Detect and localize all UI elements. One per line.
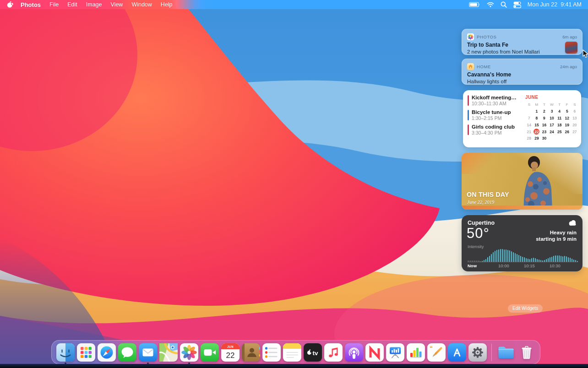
dock-item-podcasts[interactable] xyxy=(345,343,363,362)
day-14[interactable]: 14 xyxy=(525,121,533,128)
menu-file[interactable]: File xyxy=(49,1,59,8)
battery-icon[interactable] xyxy=(469,1,480,8)
on-this-day-date: June 22, 2019 xyxy=(467,200,494,205)
day-1[interactable]: 1 xyxy=(533,108,541,115)
day-12[interactable]: 12 xyxy=(563,115,571,122)
intensity-bar xyxy=(568,257,569,262)
dock-item-reminders[interactable] xyxy=(262,343,281,362)
day-16[interactable]: 16 xyxy=(540,121,548,128)
desktop: Photos FileEditImageViewWindowHelp xyxy=(0,0,588,368)
dock-item-music[interactable] xyxy=(324,343,343,362)
calendar-event[interactable]: Girls coding club 3:30–4:30 PM xyxy=(468,124,522,135)
dock-item-trash[interactable] xyxy=(517,343,536,362)
day-17[interactable]: 17 xyxy=(548,121,556,128)
day-8[interactable]: 8 xyxy=(533,115,541,122)
intensity-bar xyxy=(517,254,517,262)
dock-item-mail[interactable] xyxy=(139,343,157,362)
zero-intensity-dashes xyxy=(468,261,479,261)
dock-item-keynote[interactable] xyxy=(386,343,404,362)
active-app-name[interactable]: Photos xyxy=(21,1,41,8)
menu-image[interactable]: Image xyxy=(86,1,102,8)
photos-app-icon xyxy=(467,33,474,40)
day-11[interactable]: 11 xyxy=(555,115,563,122)
intensity-bar xyxy=(507,250,508,262)
day-10[interactable]: 10 xyxy=(548,115,556,122)
dock-item-launchpad[interactable] xyxy=(77,343,95,362)
dock-item-pages[interactable]: “ xyxy=(427,343,446,362)
dock-item-downloads[interactable] xyxy=(497,343,515,362)
intensity-label: Intensity xyxy=(468,244,484,249)
wifi-icon[interactable] xyxy=(487,2,494,7)
day-18[interactable]: 18 xyxy=(555,121,563,128)
menu-bar-clock[interactable]: Mon Jun 22 9:41 AM xyxy=(528,1,582,8)
dock-item-numbers[interactable] xyxy=(407,343,425,362)
dock-item-calendar[interactable]: JUN 22 xyxy=(221,343,240,362)
event-color-bar xyxy=(468,110,469,120)
intensity-bar xyxy=(524,257,525,262)
calendar-event[interactable]: Kickoff meeting… 10:30–11:30 AM xyxy=(468,95,522,106)
dock-item-appstore[interactable]: A xyxy=(448,343,466,362)
dock-item-facetime[interactable] xyxy=(201,343,219,362)
notification-home[interactable]: HOME 24m ago Cavanna's Home Hallway ligh… xyxy=(462,59,583,85)
dock-item-maps[interactable] xyxy=(159,343,178,362)
chart-x-axis: Now 10:00 10:15 10:30 xyxy=(462,263,583,269)
calendar-event[interactable]: Bicycle tune-up 1:30–2:15 PM xyxy=(468,109,522,121)
day-29[interactable]: 29 xyxy=(533,135,541,142)
day-2[interactable]: 2 xyxy=(540,108,548,115)
day-22[interactable]: 22 xyxy=(533,128,541,135)
notification-title: Trip to Santa Fe xyxy=(467,42,577,48)
keynote-icon xyxy=(386,343,404,362)
intensity-bar xyxy=(555,255,556,262)
day-21[interactable]: 21 xyxy=(525,128,533,135)
day-5[interactable]: 5 xyxy=(563,108,571,115)
dock-item-settings[interactable] xyxy=(468,343,487,362)
calendar-event-list: Kickoff meeting… 10:30–11:30 AM Bicycle … xyxy=(468,95,522,142)
day-27[interactable]: 27 xyxy=(571,128,579,135)
intensity-bar xyxy=(504,249,505,262)
weather-temperature: 50° xyxy=(467,225,490,242)
day-30[interactable]: 30 xyxy=(540,135,548,142)
intensity-bar xyxy=(564,256,565,262)
menu-edit[interactable]: Edit xyxy=(67,1,77,8)
photos-on-this-day-widget[interactable]: ON THIS DAY June 22, 2019 xyxy=(462,153,583,210)
dock-item-photos[interactable] xyxy=(180,343,198,362)
weekday-header: T xyxy=(540,101,548,108)
day-20[interactable]: 20 xyxy=(571,121,579,128)
menu-window[interactable]: Window xyxy=(131,1,152,8)
menu-help[interactable]: Help xyxy=(161,1,173,8)
rain-intensity-chart xyxy=(480,249,579,262)
day-24[interactable]: 24 xyxy=(548,128,556,135)
day-4[interactable]: 4 xyxy=(555,108,563,115)
menu-view[interactable]: View xyxy=(111,1,123,8)
dock-item-messages[interactable] xyxy=(118,343,136,362)
day-7[interactable]: 7 xyxy=(525,115,533,122)
calendar-icon: JUN 22 xyxy=(221,343,240,362)
apple-menu-icon[interactable] xyxy=(6,1,13,8)
notification-body: 2 new photos from Noel Mallari xyxy=(467,49,577,54)
weather-widget[interactable]: Cupertino 50° Heavy rain starting in 9 m… xyxy=(462,215,583,271)
dock-item-notes[interactable] xyxy=(283,343,301,362)
day-26[interactable]: 26 xyxy=(563,128,571,135)
calendar-widget[interactable]: Kickoff meeting… 10:30–11:30 AM Bicycle … xyxy=(463,90,581,147)
dock-item-tv[interactable]: tv xyxy=(304,343,322,362)
day-15[interactable]: 15 xyxy=(533,121,541,128)
day-28[interactable]: 28 xyxy=(525,135,533,142)
day-23[interactable]: 23 xyxy=(540,128,548,135)
day-6[interactable]: 6 xyxy=(571,108,579,115)
notification-photos[interactable]: PHOTOS 6m ago Trip to Santa Fe 2 new pho… xyxy=(462,29,583,55)
dock-item-finder[interactable] xyxy=(56,343,75,362)
day-19[interactable]: 19 xyxy=(563,121,571,128)
spotlight-search-icon[interactable] xyxy=(501,1,507,8)
dock-item-news[interactable] xyxy=(365,343,384,362)
dock-item-contacts[interactable] xyxy=(242,343,260,362)
day-25[interactable]: 25 xyxy=(555,128,563,135)
day-3[interactable]: 3 xyxy=(548,108,556,115)
control-center-icon[interactable] xyxy=(513,1,521,8)
dock-item-safari[interactable] xyxy=(98,343,116,362)
day-13[interactable]: 13 xyxy=(571,115,579,122)
news-icon xyxy=(365,343,384,362)
intensity-bar xyxy=(566,256,567,262)
intensity-bar xyxy=(496,250,497,262)
edit-widgets-button[interactable]: Edit Widgets xyxy=(508,304,543,313)
day-9[interactable]: 9 xyxy=(540,115,548,122)
